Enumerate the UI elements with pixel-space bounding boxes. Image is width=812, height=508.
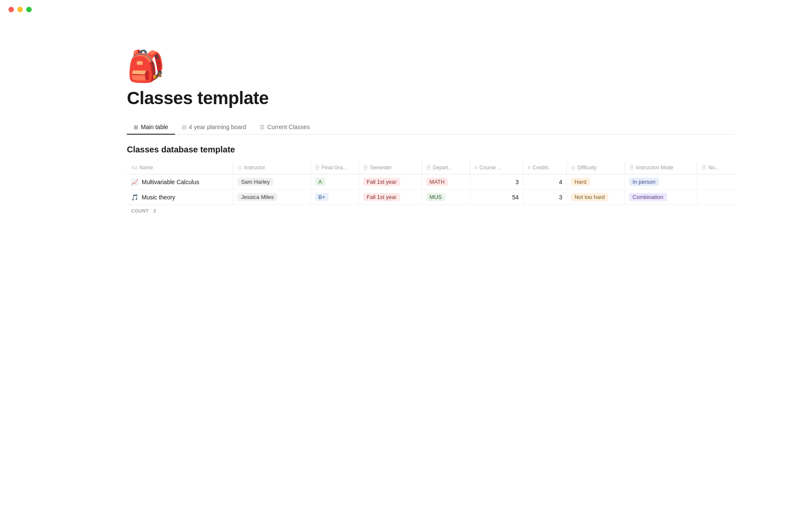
page-icon: 🎒 [127,51,736,81]
instructor-tag-2: Jessica Miles [238,193,277,201]
credits-1: 4 [559,179,562,185]
num-type-icon: # [475,165,477,171]
row1-emoji: 📈 [131,179,138,185]
instructor-tag-1: Sam Harley [238,178,273,186]
person-type-icon: ⊙ [238,165,242,171]
col-header-credits[interactable]: # Credits [523,161,567,174]
text-type-icon: Aa [131,165,137,171]
cell-instructor-2[interactable]: Jessica Miles [233,190,310,205]
cell-notes-1[interactable] [697,174,736,190]
col-header-notes[interactable]: ☰ No... [697,161,736,174]
count-cell: COUNT 2 [127,205,233,217]
table-icon: ⊞ [134,124,138,130]
cell-course-1[interactable]: 3 [470,174,523,190]
cell-name-1[interactable]: 📈 Multivariable Calculus [127,174,233,190]
cell-name-2[interactable]: 🎵 Music theory [127,190,233,205]
tab-current-classes[interactable]: ☰ Current Classes [253,120,316,135]
difficulty-tag-1: Hard [571,178,590,186]
row2-name: Music theory [142,194,175,201]
count-value: 2 [154,208,156,213]
table-row[interactable]: 🎵 Music theory Jessica Miles B+ Fall 1st… [127,190,736,205]
col-header-mode[interactable]: ☰ Instruction Mode [625,161,697,174]
board-icon: ⊟ [182,124,187,130]
list-icon: ☰ [260,124,265,130]
mode-tag-2: Combination [629,193,667,201]
close-button[interactable] [8,7,14,12]
grade-tag-2: B+ [315,193,329,201]
titlebar [0,0,812,19]
col-header-dept[interactable]: ☰ Depart... [422,161,470,174]
cell-semester-2[interactable]: Fall 1st year [359,190,422,205]
doc-type-icon: ☰ [315,165,320,171]
table-header-row: Aa Name ⊙ Instructor ☰ Final Gra... [127,161,736,174]
grade-tag-1: A [315,178,326,186]
semester-tag-1: Fall 1st year [363,178,400,186]
count-label: COUNT [131,208,149,213]
cell-grade-2[interactable]: B+ [310,190,359,205]
num2-type-icon: # [528,165,531,171]
cell-difficulty-2[interactable]: Not too hard [567,190,625,205]
database-title: Classes database template [127,145,736,155]
tabs-bar: ⊞ Main table ⊟ 4 year planning board ☰ C… [127,120,736,135]
minimize-button[interactable] [17,7,23,12]
main-table: Aa Name ⊙ Instructor ☰ Final Gra... [127,161,736,217]
col-header-instructor[interactable]: ⊙ Instructor [233,161,310,174]
course-num-1: 3 [516,179,519,185]
cell-difficulty-1[interactable]: Hard [567,174,625,190]
dept-tag-2: MUS [426,193,445,201]
cell-semester-1[interactable]: Fall 1st year [359,174,422,190]
row2-emoji: 🎵 [131,194,138,201]
cell-dept-2[interactable]: MUS [422,190,470,205]
cell-credits-2[interactable]: 3 [523,190,567,205]
table-row[interactable]: 📈 Multivariable Calculus Sam Harley A Fa… [127,174,736,190]
credits-2: 3 [559,194,562,201]
select-type-icon: ⊙ [571,165,575,171]
course-num-2: 54 [512,194,519,201]
main-content: 🎒 Classes template ⊞ Main table ⊟ 4 year… [0,0,761,217]
col-header-difficulty[interactable]: ⊙ Difficulty [567,161,625,174]
col-header-course[interactable]: # Course ... [470,161,523,174]
cell-notes-2[interactable] [697,190,736,205]
cal-type-icon: ☰ [363,165,368,171]
cell-grade-1[interactable]: A [310,174,359,190]
cell-dept-1[interactable]: MATH [422,174,470,190]
col-header-semester[interactable]: ☰ Semester [359,161,422,174]
col-header-grade[interactable]: ☰ Final Gra... [310,161,359,174]
list2-type-icon: ☰ [629,165,634,171]
count-row: COUNT 2 [127,205,736,217]
cell-course-2[interactable]: 54 [470,190,523,205]
tab-planning-board[interactable]: ⊟ 4 year planning board [175,120,253,135]
notes-type-icon: ☰ [702,165,706,171]
semester-tag-2: Fall 1st year [363,193,400,201]
difficulty-tag-2: Not too hard [571,193,608,201]
mode-tag-1: In person [629,178,659,186]
cell-instructor-1[interactable]: Sam Harley [233,174,310,190]
row1-name: Multivariable Calculus [142,179,199,185]
maximize-button[interactable] [26,7,32,12]
cell-mode-2[interactable]: Combination [625,190,697,205]
col-header-name[interactable]: Aa Name [127,161,233,174]
list-type-icon: ☰ [426,165,431,171]
page-title: Classes template [127,88,736,108]
cell-credits-1[interactable]: 4 [523,174,567,190]
tab-main-table[interactable]: ⊞ Main table [127,120,175,135]
dept-tag-1: MATH [426,178,448,186]
cell-mode-1[interactable]: In person [625,174,697,190]
